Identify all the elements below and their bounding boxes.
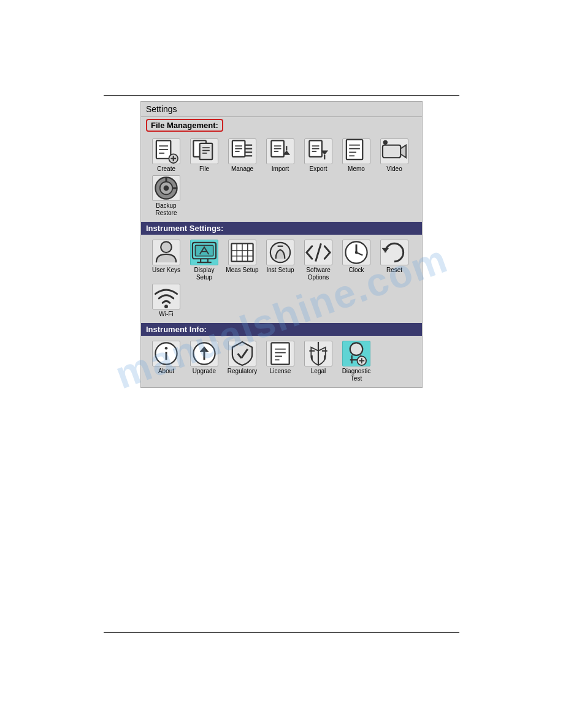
icon-label-import: Import	[272, 165, 289, 173]
backup-icon	[152, 175, 180, 201]
icon-item-video[interactable]: Video	[377, 138, 412, 173]
create-icon	[152, 138, 180, 164]
wifi-icon	[152, 284, 180, 309]
icon-item-diagnostic-test[interactable]: Diagnostic Test	[339, 341, 374, 382]
icon-item-file[interactable]: File	[186, 138, 222, 173]
instrument-info-grid: About Upgrade Regulatory License Legal	[141, 336, 422, 387]
icon-item-upgrade[interactable]: Upgrade	[186, 341, 222, 382]
icon-label-display-setup: Display Setup	[186, 267, 222, 281]
icon-label-reset: Reset	[386, 267, 402, 274]
svg-point-67	[165, 347, 167, 349]
file-management-grid: Create File Manage Import	[141, 134, 422, 222]
diagnostic-icon	[342, 341, 370, 366]
icon-item-user-keys[interactable]: User Keys	[148, 240, 184, 281]
svg-point-62	[355, 251, 358, 254]
icon-label-file: File	[199, 165, 209, 173]
svg-rect-73	[271, 343, 289, 364]
instrument-info-header: Instrument Info:	[141, 323, 422, 336]
legal-icon	[304, 341, 332, 366]
icon-label-meas-setup: Meas Setup	[226, 267, 258, 274]
icon-label-software-options: Software Options	[301, 267, 336, 281]
instrument-settings-label: Instrument Settings:	[146, 224, 223, 233]
icon-item-about[interactable]: About	[148, 341, 184, 382]
user-icon	[152, 240, 180, 265]
icon-item-clock[interactable]: Clock	[339, 240, 374, 281]
panel-title: Settings	[141, 102, 422, 117]
icon-label-export: Export	[310, 165, 327, 173]
icon-item-legal[interactable]: Legal	[301, 341, 336, 382]
instrument-settings-grid: User Keys Display Setup Meas Setup Inst …	[141, 235, 422, 323]
svg-rect-35	[383, 145, 400, 158]
bottom-divider	[104, 632, 459, 633]
icon-label-memo: Memo	[348, 165, 365, 173]
icon-item-wifi[interactable]: Wi-Fi	[148, 284, 184, 318]
icon-label-create: Create	[157, 165, 175, 173]
icon-item-display-setup[interactable]: Display Setup	[186, 240, 222, 281]
svg-point-83	[350, 343, 363, 355]
svg-rect-30	[347, 140, 362, 159]
icon-label-wifi: Wi-Fi	[159, 311, 173, 318]
icon-item-manage[interactable]: Manage	[224, 138, 260, 173]
instrument-settings-header: Instrument Settings:	[141, 222, 422, 235]
video-icon	[380, 138, 408, 164]
icon-label-about: About	[158, 368, 174, 375]
file-management-label: File Management:	[146, 119, 223, 132]
icon-item-backup-restore[interactable]: Backup Restore	[148, 175, 184, 217]
settings-panel: Settings File Management: Create File	[140, 101, 423, 388]
file-management-header: File Management:	[141, 117, 422, 134]
svg-marker-36	[400, 145, 406, 158]
svg-point-37	[383, 140, 388, 145]
icon-label-inst-setup: Inst Setup	[266, 267, 294, 274]
icon-label-license: License	[270, 368, 291, 375]
meas-icon	[228, 240, 256, 265]
reset-icon	[380, 240, 408, 265]
icon-item-meas-setup[interactable]: Meas Setup	[224, 240, 260, 281]
icon-label-user-keys: User Keys	[152, 267, 180, 274]
import-icon	[266, 138, 294, 164]
svg-point-40	[164, 186, 169, 191]
export-icon	[304, 138, 332, 164]
software-icon	[304, 240, 332, 265]
panel-title-text: Settings	[146, 104, 177, 114]
icon-item-memo[interactable]: Memo	[339, 138, 374, 173]
icon-label-upgrade: Upgrade	[193, 368, 216, 375]
icon-label-backup-restore: Backup Restore	[148, 202, 184, 217]
file-icon	[190, 138, 218, 164]
display-icon	[190, 240, 218, 265]
icon-item-software-options[interactable]: Software Options	[301, 240, 336, 281]
icon-item-license[interactable]: License	[262, 341, 298, 382]
clock-icon	[342, 240, 370, 265]
top-divider	[104, 95, 459, 96]
about-icon	[152, 341, 180, 366]
icon-item-reset[interactable]: Reset	[377, 240, 412, 281]
icon-item-inst-setup[interactable]: Inst Setup	[262, 240, 298, 281]
svg-point-64	[164, 305, 168, 308]
icon-label-regulatory: Regulatory	[228, 368, 257, 375]
svg-rect-8	[200, 143, 213, 159]
icon-label-diagnostic-test: Diagnostic Test	[339, 368, 374, 382]
icon-label-manage: Manage	[231, 165, 253, 173]
license-icon	[266, 341, 294, 366]
svg-line-58	[316, 243, 321, 261]
icon-label-video: Video	[386, 165, 402, 173]
icon-item-create[interactable]: Create	[148, 138, 184, 173]
icon-label-legal: Legal	[311, 368, 326, 375]
icon-item-export[interactable]: Export	[301, 138, 336, 173]
regulatory-icon	[228, 341, 256, 366]
memo-icon	[342, 138, 370, 164]
icon-item-regulatory[interactable]: Regulatory	[224, 341, 260, 382]
upgrade-icon	[190, 341, 218, 366]
inst-icon	[266, 240, 294, 265]
instrument-info-label: Instrument Info:	[146, 325, 207, 334]
icon-label-clock: Clock	[348, 267, 364, 274]
manage-icon	[228, 138, 256, 164]
svg-point-43	[161, 241, 172, 252]
svg-marker-63	[381, 248, 389, 252]
icon-item-import[interactable]: Import	[262, 138, 298, 173]
page-container: Settings File Management: Create File	[0, 0, 563, 728]
